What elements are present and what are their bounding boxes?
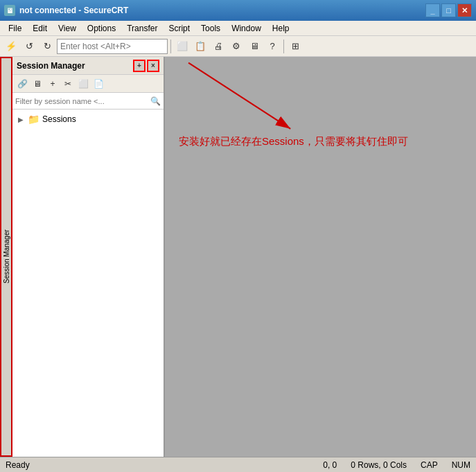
status-sections: 0, 0 0 Rows, 0 Cols CAP NUM <box>323 460 470 470</box>
toolbar-print-btn[interactable]: 🖨 <box>210 38 227 55</box>
sm-paste-btn[interactable]: 📄 <box>91 77 105 91</box>
status-dimensions: 0 Rows, 0 Cols <box>351 460 407 470</box>
work-area: 安装好就已经存在Sessions，只需要将其钉住即可 <box>165 57 476 457</box>
toolbar-forward-btn[interactable]: ↻ <box>39 38 55 55</box>
annotation-arrow-svg <box>165 57 476 297</box>
status-caps: CAP <box>421 460 438 470</box>
toolbar-grid-btn[interactable]: ⊞ <box>287 38 303 55</box>
menu-edit[interactable]: Edit <box>27 22 53 35</box>
session-toolbar: 🔗 🖥 + ✂ ⬜ 📄 <box>12 75 164 93</box>
toolbar-lightning-btn[interactable]: ⚡ <box>3 38 19 55</box>
session-manager-panel: Session Manager Session Manager + × 🔗 🖥 … <box>12 57 165 457</box>
host-input[interactable] <box>57 39 168 54</box>
sm-add-btn[interactable]: + <box>46 77 60 91</box>
session-manager-close-button[interactable]: × <box>147 60 159 72</box>
minimize-button[interactable]: _ <box>425 3 440 17</box>
sm-link-btn[interactable]: 🔗 <box>15 77 29 91</box>
menu-tools[interactable]: Tools <box>195 22 226 35</box>
session-manager-header: Session Manager + × <box>12 57 164 75</box>
toolbar-copy-btn[interactable]: ⬜ <box>174 38 191 55</box>
tree-item-label: Sessions <box>42 114 76 124</box>
annotation-text: 安装好就已经存在Sessions，只需要将其钉住即可 <box>179 133 414 150</box>
toolbar-settings-btn[interactable]: ⚙ <box>228 38 245 55</box>
menu-bar: File Edit View Options Transfer Script T… <box>0 21 476 36</box>
status-ready: Ready <box>6 460 30 470</box>
close-button[interactable]: ✕ <box>457 3 472 17</box>
menu-script[interactable]: Script <box>163 22 195 35</box>
toolbar-refresh-btn[interactable]: ↺ <box>21 38 37 55</box>
app-icon: 🖥 <box>4 5 15 16</box>
menu-options[interactable]: Options <box>82 22 121 35</box>
toolbar-question-btn[interactable]: ? <box>264 38 281 55</box>
toolbar-paste-btn[interactable]: 📋 <box>192 38 209 55</box>
maximize-button[interactable]: □ <box>441 3 456 17</box>
window-controls: _ □ ✕ <box>425 3 472 17</box>
status-num: NUM <box>452 460 470 470</box>
session-manager-header-buttons: + × <box>133 60 159 72</box>
menu-window[interactable]: Window <box>226 22 267 35</box>
window-title: not connected - SecureCRT <box>19 6 128 15</box>
menu-transfer[interactable]: Transfer <box>121 22 163 35</box>
session-tab-label: Session Manager <box>3 230 10 284</box>
session-filter-bar: 🔍 <box>12 93 164 110</box>
session-filter-input[interactable] <box>15 97 150 105</box>
menu-view[interactable]: View <box>53 22 82 35</box>
sm-monitor-btn[interactable]: 🖥 <box>30 77 44 91</box>
menu-help[interactable]: Help <box>267 22 295 35</box>
menu-file[interactable]: File <box>3 22 27 35</box>
status-bar: Ready 0, 0 0 Rows, 0 Cols CAP NUM <box>0 457 476 472</box>
svg-line-1 <box>188 63 290 129</box>
tree-arrow-icon: ▶ <box>18 116 24 123</box>
main-toolbar: ⚡ ↺ ↻ ⬜ 📋 🖨 ⚙ 🖥 ? ⊞ <box>0 36 476 57</box>
session-manager-pin-button[interactable]: + <box>133 60 146 72</box>
sm-cut-btn[interactable]: ✂ <box>61 77 75 91</box>
session-manager-tab[interactable]: Session Manager <box>0 57 12 457</box>
toolbar-separator-2 <box>283 40 284 53</box>
session-manager-title: Session Manager <box>17 61 85 71</box>
toolbar-separator-1 <box>170 40 171 53</box>
toolbar-monitor-btn[interactable]: 🖥 <box>246 38 263 55</box>
folder-icon: 📁 <box>28 114 39 125</box>
session-tree: ▶ 📁 Sessions <box>12 110 164 457</box>
tree-item-sessions[interactable]: ▶ 📁 Sessions <box>12 112 164 126</box>
status-position: 0, 0 <box>323 460 337 470</box>
sm-copy-btn[interactable]: ⬜ <box>76 77 90 91</box>
main-content-area: Session Manager Session Manager + × 🔗 🖥 … <box>0 57 476 457</box>
title-bar: 🖥 not connected - SecureCRT _ □ ✕ <box>0 0 476 21</box>
filter-search-icon[interactable]: 🔍 <box>150 96 161 106</box>
